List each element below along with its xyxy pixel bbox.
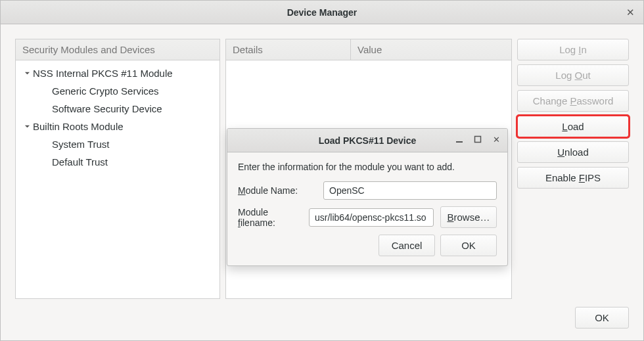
device-manager-window: Device Manager ✕ Security Modules and De… [0,0,644,341]
load-pkcs11-dialog: Load PKCS#11 Device ✕ Enter the informat… [227,128,508,266]
tree-device-label: Generic Crypto Services [52,85,159,97]
dialog-title: Load PKCS#11 Device [319,135,417,146]
tree-device-label: Software Security Device [52,103,162,114]
module-filename-label: Module filename: [238,207,302,228]
close-icon[interactable]: ✕ [624,6,637,19]
change-password-button[interactable]: Change Password [517,90,629,112]
dialog-instruction: Enter the information for the module you… [238,162,497,172]
close-icon[interactable]: ✕ [490,133,502,145]
side-buttons: Log In Log Out Change Password Load Unlo… [517,39,629,299]
module-name-label: Module Name: [238,185,317,196]
window-title: Device Manager [287,7,357,18]
load-button[interactable]: Load [517,116,629,137]
details-header-details: Details [226,39,351,60]
tree-body[interactable]: NSS Internal PKCS #11 Module Generic Cry… [16,60,219,298]
tree-header: Security Modules and Devices [16,39,219,60]
logout-button[interactable]: Log Out [517,64,629,86]
enable-fips-button[interactable]: Enable FIPS [517,167,629,189]
cancel-button[interactable]: Cancel [379,235,435,256]
tree-module-builtin-roots[interactable]: Builtin Roots Module [16,118,219,135]
maximize-icon[interactable] [472,133,484,145]
minimize-icon[interactable] [453,133,465,145]
tree-device-generic-crypto[interactable]: Generic Crypto Services [16,82,219,100]
tree-module-label: Builtin Roots Module [33,121,124,132]
chevron-down-icon[interactable] [22,69,32,78]
dialog-ok-button[interactable]: OK [440,235,497,256]
tree-module-label: NSS Internal PKCS #11 Module [33,68,173,79]
titlebar: Device Manager ✕ [1,1,643,24]
module-name-input[interactable] [323,181,497,200]
tree-module-nss[interactable]: NSS Internal PKCS #11 Module [16,64,219,82]
module-filename-input[interactable] [309,208,434,227]
tree-device-label: System Trust [52,139,110,150]
tree-device-software-security[interactable]: Software Security Device [16,100,219,118]
unload-button[interactable]: Unload [517,141,629,163]
dialog-titlebar: Load PKCS#11 Device ✕ [227,129,507,152]
svg-rect-0 [456,141,463,143]
details-header-value: Value [351,39,511,60]
browse-button[interactable]: Browse… [440,206,497,228]
dialog-body: Enter the information for the module you… [227,152,507,265]
modules-tree-panel: Security Modules and Devices NSS Interna… [15,39,220,299]
tree-device-label: Default Trust [52,156,108,168]
chevron-down-icon[interactable] [22,122,32,131]
footer: OK [15,299,629,329]
dialog-footer: Cancel OK [238,235,497,256]
login-button[interactable]: Log In [517,39,629,60]
svg-rect-1 [475,137,481,143]
module-name-row: Module Name: [238,181,497,200]
tree-device-system-trust[interactable]: System Trust [16,135,219,153]
module-filename-row: Module filename: Browse… [238,206,497,228]
tree-device-default-trust[interactable]: Default Trust [16,153,219,171]
ok-button[interactable]: OK [575,307,629,329]
